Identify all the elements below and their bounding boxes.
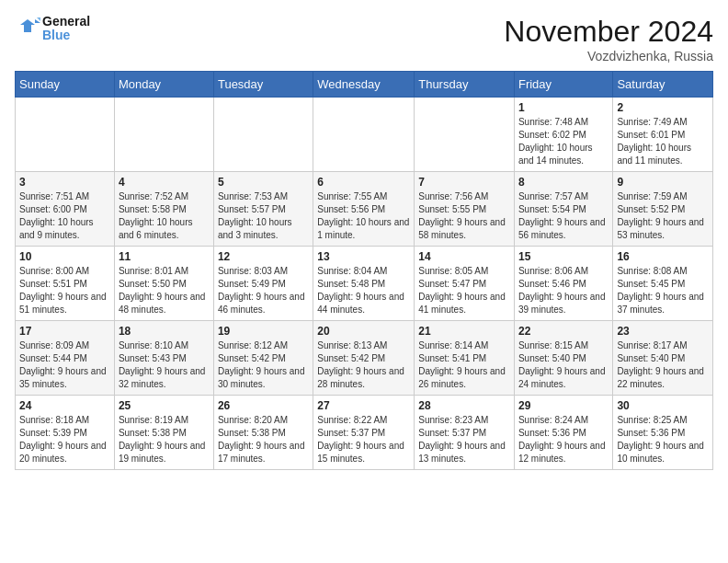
day-info: Sunrise: 8:00 AMSunset: 5:51 PMDaylight:… xyxy=(19,265,110,316)
weekday-header-monday: Monday xyxy=(114,72,213,98)
logo: General Blue xyxy=(15,15,90,43)
calendar-cell: 9Sunrise: 7:59 AMSunset: 5:52 PMDaylight… xyxy=(613,172,713,247)
day-number: 11 xyxy=(119,250,210,263)
day-number: 17 xyxy=(19,325,110,338)
day-number: 22 xyxy=(518,325,609,338)
calendar-cell xyxy=(16,98,115,172)
day-info: Sunrise: 8:08 AMSunset: 5:45 PMDaylight:… xyxy=(617,265,709,316)
weekday-header-sunday: Sunday xyxy=(16,72,115,98)
day-number: 30 xyxy=(617,399,709,412)
calendar-cell: 22Sunrise: 8:15 AMSunset: 5:40 PMDayligh… xyxy=(514,321,612,396)
svg-marker-0 xyxy=(20,19,35,32)
day-number: 23 xyxy=(617,325,709,338)
calendar-cell: 15Sunrise: 8:06 AMSunset: 5:46 PMDayligh… xyxy=(514,247,612,321)
calendar-cell: 11Sunrise: 8:01 AMSunset: 5:50 PMDayligh… xyxy=(114,247,213,321)
calendar-cell: 13Sunrise: 8:04 AMSunset: 5:48 PMDayligh… xyxy=(313,247,415,321)
day-info: Sunrise: 8:18 AMSunset: 5:39 PMDaylight:… xyxy=(19,414,110,465)
calendar-cell: 2Sunrise: 7:49 AMSunset: 6:01 PMDaylight… xyxy=(613,98,713,172)
day-number: 6 xyxy=(317,176,410,189)
weekday-header-thursday: Thursday xyxy=(415,72,515,98)
calendar-cell: 1Sunrise: 7:48 AMSunset: 6:02 PMDaylight… xyxy=(514,98,612,172)
calendar-cell: 10Sunrise: 8:00 AMSunset: 5:51 PMDayligh… xyxy=(16,247,115,321)
calendar-cell: 25Sunrise: 8:19 AMSunset: 5:38 PMDayligh… xyxy=(114,396,213,470)
calendar-cell: 27Sunrise: 8:22 AMSunset: 5:37 PMDayligh… xyxy=(313,396,415,470)
calendar-cell: 23Sunrise: 8:17 AMSunset: 5:40 PMDayligh… xyxy=(613,321,713,396)
weekday-header-saturday: Saturday xyxy=(613,72,713,98)
day-number: 18 xyxy=(119,325,210,338)
day-number: 24 xyxy=(19,399,110,412)
day-info: Sunrise: 8:17 AMSunset: 5:40 PMDaylight:… xyxy=(617,339,709,391)
logo-bird-icon xyxy=(15,16,40,41)
day-number: 28 xyxy=(418,399,510,412)
calendar-cell: 24Sunrise: 8:18 AMSunset: 5:39 PMDayligh… xyxy=(16,396,115,470)
calendar-cell: 16Sunrise: 8:08 AMSunset: 5:45 PMDayligh… xyxy=(613,247,713,321)
day-info: Sunrise: 8:25 AMSunset: 5:36 PMDaylight:… xyxy=(617,414,709,465)
day-info: Sunrise: 8:22 AMSunset: 5:37 PMDaylight:… xyxy=(317,414,410,465)
calendar-cell: 14Sunrise: 8:05 AMSunset: 5:47 PMDayligh… xyxy=(415,247,515,321)
day-info: Sunrise: 8:24 AMSunset: 5:36 PMDaylight:… xyxy=(518,414,609,465)
day-info: Sunrise: 8:09 AMSunset: 5:44 PMDaylight:… xyxy=(19,339,110,391)
day-number: 25 xyxy=(119,399,210,412)
month-title: November 2024 xyxy=(504,15,713,49)
calendar-cell: 5Sunrise: 7:53 AMSunset: 5:57 PMDaylight… xyxy=(213,172,313,247)
day-number: 29 xyxy=(518,399,609,412)
weekday-header-row: SundayMondayTuesdayWednesdayThursdayFrid… xyxy=(16,72,713,98)
calendar-cell: 28Sunrise: 8:23 AMSunset: 5:37 PMDayligh… xyxy=(415,396,515,470)
day-info: Sunrise: 8:14 AMSunset: 5:41 PMDaylight:… xyxy=(418,339,510,391)
svg-marker-2 xyxy=(37,17,40,21)
calendar-cell xyxy=(313,98,415,172)
calendar-cell: 8Sunrise: 7:57 AMSunset: 5:54 PMDaylight… xyxy=(514,172,612,247)
day-info: Sunrise: 8:03 AMSunset: 5:49 PMDaylight:… xyxy=(218,265,309,316)
calendar-week-4: 17Sunrise: 8:09 AMSunset: 5:44 PMDayligh… xyxy=(16,321,713,396)
calendar-cell: 30Sunrise: 8:25 AMSunset: 5:36 PMDayligh… xyxy=(613,396,713,470)
day-info: Sunrise: 8:01 AMSunset: 5:50 PMDaylight:… xyxy=(119,265,210,316)
day-info: Sunrise: 8:12 AMSunset: 5:42 PMDaylight:… xyxy=(218,339,309,391)
day-info: Sunrise: 7:53 AMSunset: 5:57 PMDaylight:… xyxy=(218,190,309,242)
calendar-cell xyxy=(114,98,213,172)
calendar-cell: 17Sunrise: 8:09 AMSunset: 5:44 PMDayligh… xyxy=(16,321,115,396)
calendar-cell: 3Sunrise: 7:51 AMSunset: 6:00 PMDaylight… xyxy=(16,172,115,247)
calendar-cell: 20Sunrise: 8:13 AMSunset: 5:42 PMDayligh… xyxy=(313,321,415,396)
calendar-cell: 6Sunrise: 7:55 AMSunset: 5:56 PMDaylight… xyxy=(313,172,415,247)
calendar-cell: 12Sunrise: 8:03 AMSunset: 5:49 PMDayligh… xyxy=(213,247,313,321)
calendar-cell xyxy=(415,98,515,172)
day-number: 19 xyxy=(218,325,309,338)
day-info: Sunrise: 7:55 AMSunset: 5:56 PMDaylight:… xyxy=(317,190,410,242)
day-info: Sunrise: 8:23 AMSunset: 5:37 PMDaylight:… xyxy=(418,414,510,465)
day-info: Sunrise: 7:48 AMSunset: 6:02 PMDaylight:… xyxy=(518,116,609,167)
location: Vozdvizhenka, Russia xyxy=(504,49,713,63)
day-number: 21 xyxy=(418,325,510,338)
day-info: Sunrise: 8:10 AMSunset: 5:43 PMDaylight:… xyxy=(119,339,210,391)
day-number: 8 xyxy=(518,176,609,189)
calendar-cell: 18Sunrise: 8:10 AMSunset: 5:43 PMDayligh… xyxy=(114,321,213,396)
day-number: 15 xyxy=(518,250,609,263)
weekday-header-wednesday: Wednesday xyxy=(313,72,415,98)
day-number: 27 xyxy=(317,399,410,412)
day-info: Sunrise: 8:04 AMSunset: 5:48 PMDaylight:… xyxy=(317,265,410,316)
day-number: 10 xyxy=(19,250,110,263)
day-number: 26 xyxy=(218,399,309,412)
day-info: Sunrise: 7:57 AMSunset: 5:54 PMDaylight:… xyxy=(518,190,609,242)
page-header: General Blue November 2024 Vozdvizhenka,… xyxy=(15,15,713,63)
calendar-week-1: 1Sunrise: 7:48 AMSunset: 6:02 PMDaylight… xyxy=(16,98,713,172)
calendar-cell: 7Sunrise: 7:56 AMSunset: 5:55 PMDaylight… xyxy=(415,172,515,247)
day-info: Sunrise: 8:20 AMSunset: 5:38 PMDaylight:… xyxy=(218,414,309,465)
day-number: 12 xyxy=(218,250,309,263)
day-number: 3 xyxy=(19,176,110,189)
day-number: 4 xyxy=(119,176,210,189)
day-info: Sunrise: 8:13 AMSunset: 5:42 PMDaylight:… xyxy=(317,339,410,391)
calendar-week-5: 24Sunrise: 8:18 AMSunset: 5:39 PMDayligh… xyxy=(16,396,713,470)
day-info: Sunrise: 8:06 AMSunset: 5:46 PMDaylight:… xyxy=(518,265,609,316)
day-info: Sunrise: 7:51 AMSunset: 6:00 PMDaylight:… xyxy=(19,190,110,242)
day-number: 7 xyxy=(418,176,510,189)
calendar-cell: 29Sunrise: 8:24 AMSunset: 5:36 PMDayligh… xyxy=(514,396,612,470)
weekday-header-friday: Friday xyxy=(514,72,612,98)
calendar-cell: 26Sunrise: 8:20 AMSunset: 5:38 PMDayligh… xyxy=(213,396,313,470)
day-info: Sunrise: 8:15 AMSunset: 5:40 PMDaylight:… xyxy=(518,339,609,391)
day-info: Sunrise: 7:49 AMSunset: 6:01 PMDaylight:… xyxy=(617,116,709,167)
day-number: 20 xyxy=(317,325,410,338)
day-info: Sunrise: 7:59 AMSunset: 5:52 PMDaylight:… xyxy=(617,190,709,242)
calendar-cell: 4Sunrise: 7:52 AMSunset: 5:58 PMDaylight… xyxy=(114,172,213,247)
day-info: Sunrise: 7:56 AMSunset: 5:55 PMDaylight:… xyxy=(418,190,510,242)
calendar-cell: 19Sunrise: 8:12 AMSunset: 5:42 PMDayligh… xyxy=(213,321,313,396)
